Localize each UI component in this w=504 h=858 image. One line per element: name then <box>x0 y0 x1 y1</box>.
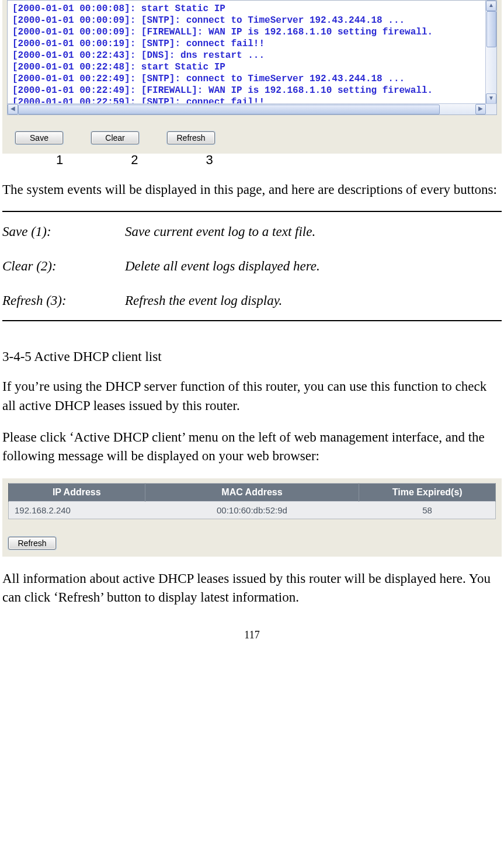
save-button[interactable]: Save <box>15 131 63 144</box>
label-3: 3 <box>206 152 213 168</box>
cell-ip: 192.168.2.240 <box>9 502 145 519</box>
label-1: 1 <box>56 152 63 168</box>
scroll-up-icon[interactable]: ▲ <box>486 1 496 11</box>
refresh-label: Refresh (3): <box>2 283 125 318</box>
scroll-down-icon[interactable]: ▼ <box>486 93 496 104</box>
page-number: 117 <box>2 629 502 641</box>
horizontal-scrollbar[interactable]: ◀ ▶ <box>8 103 496 114</box>
intro-paragraph: The system events will be displayed in t… <box>2 180 502 199</box>
button-description-table: Save (1): Save current event log to a te… <box>2 214 502 318</box>
top-rule <box>2 211 502 212</box>
button-number-labels: 1 2 3 <box>2 152 502 168</box>
table-row: Save (1): Save current event log to a te… <box>2 214 502 249</box>
cell-mac: 00:10:60:db:52:9d <box>145 502 359 519</box>
dhcp-paragraph-1: If you’re using the DHCP server function… <box>2 377 502 415</box>
clear-label: Clear (2): <box>2 249 125 283</box>
event-log-panel: [2000-01-01 00:00:08]: start Static IP [… <box>2 0 502 154</box>
save-label: Save (1): <box>2 214 125 249</box>
refresh-button[interactable]: Refresh <box>167 131 215 144</box>
section-title: 3-4-5 Active DHCP client list <box>2 349 502 364</box>
dhcp-paragraph-3: All information about active DHCP leases… <box>2 569 502 607</box>
cell-exp: 58 <box>359 502 496 519</box>
clear-button[interactable]: Clear <box>91 131 139 144</box>
bottom-rule <box>2 320 502 321</box>
horizontal-scroll-thumb[interactable] <box>18 105 440 114</box>
table-header-row: IP Address MAC Address Time Expired(s) <box>9 484 496 502</box>
vertical-scroll-thumb[interactable] <box>486 11 496 47</box>
refresh-desc: Refresh the event log display. <box>125 283 502 318</box>
save-desc: Save current event log to a text file. <box>125 214 502 249</box>
table-row: Clear (2): Delete all event logs display… <box>2 249 502 283</box>
scroll-corner <box>486 104 496 114</box>
col-exp-header: Time Expired(s) <box>359 484 496 502</box>
scroll-left-icon[interactable]: ◀ <box>8 104 18 114</box>
col-mac-header: MAC Address <box>145 484 359 502</box>
dhcp-paragraph-2: Please click ‘Active DHCP client’ menu o… <box>2 428 502 466</box>
event-log-textarea[interactable]: [2000-01-01 00:00:08]: start Static IP [… <box>8 1 496 103</box>
dhcp-refresh-button[interactable]: Refresh <box>8 537 56 550</box>
log-textarea-wrap: [2000-01-01 00:00:08]: start Static IP [… <box>7 0 497 115</box>
clear-desc: Delete all event logs displayed here. <box>125 249 502 283</box>
vertical-scrollbar[interactable]: ▲ ▼ <box>485 1 496 104</box>
table-row: 192.168.2.240 00:10:60:db:52:9d 58 <box>9 502 496 519</box>
dhcp-client-table: IP Address MAC Address Time Expired(s) 1… <box>8 483 496 519</box>
col-ip-header: IP Address <box>9 484 145 502</box>
table-row: Refresh (3): Refresh the event log displ… <box>2 283 502 318</box>
dhcp-client-panel: IP Address MAC Address Time Expired(s) 1… <box>2 478 502 557</box>
scroll-right-icon[interactable]: ▶ <box>475 104 486 114</box>
log-button-row: Save Clear Refresh <box>7 115 497 149</box>
label-2: 2 <box>131 152 138 168</box>
